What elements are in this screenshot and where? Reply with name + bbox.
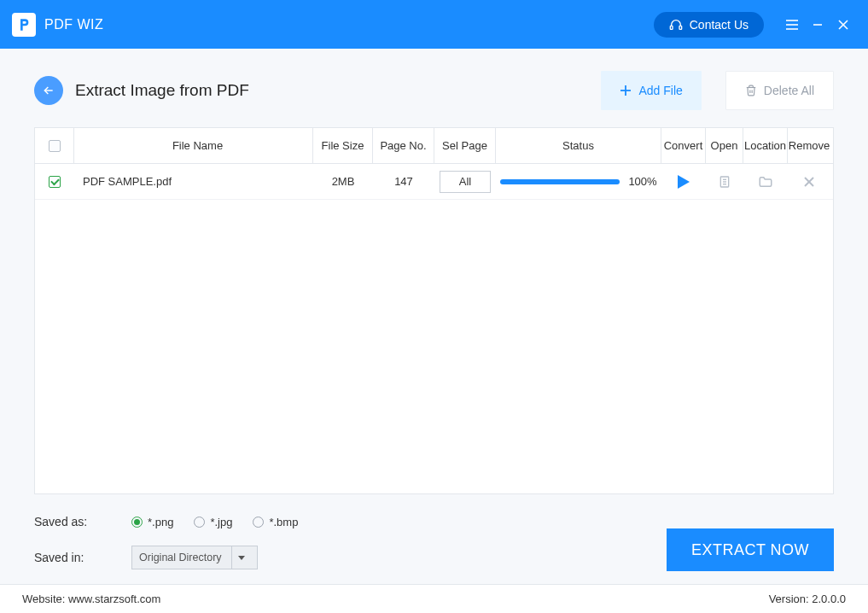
svg-rect-1 [679, 26, 682, 29]
menu-button[interactable] [779, 12, 805, 38]
saved-in-value: Original Directory [139, 552, 222, 563]
row-filename: PDF SAMPLE.pdf [74, 175, 313, 188]
content-area: Extract Image from PDF Add File Delete A… [0, 49, 868, 584]
progress-bar [500, 179, 620, 184]
headset-icon [669, 18, 683, 32]
progress-percent: 100% [628, 175, 656, 188]
col-open: Open [706, 128, 743, 163]
col-pageno: Page No. [373, 128, 434, 163]
delete-all-button[interactable]: Delete All [725, 71, 834, 110]
remove-button[interactable] [788, 176, 830, 188]
trash-icon [745, 85, 757, 96]
website-url: www.starzsoft.com [68, 593, 160, 605]
grid-header: File Name File Size Page No. Sel Page St… [35, 128, 833, 164]
svg-rect-0 [670, 26, 673, 29]
folder-icon [758, 174, 773, 190]
back-button[interactable] [34, 76, 63, 105]
format-bmp-label: *.bmp [269, 516, 298, 528]
version-label: Version: [769, 593, 809, 605]
arrow-left-icon [42, 84, 55, 97]
saved-as-label: Saved as: [34, 515, 113, 528]
row-filesize: 2MB [313, 175, 373, 188]
saved-in-dropdown[interactable]: Original Directory [131, 546, 258, 569]
format-png-radio[interactable]: *.png [131, 516, 173, 528]
saved-in-label: Saved in: [34, 551, 113, 564]
table-row: PDF SAMPLE.pdf 2MB 147 All 100% [35, 164, 833, 200]
extract-now-label: EXTRACT NOW [691, 541, 809, 559]
convert-button[interactable] [661, 175, 706, 189]
col-filename: File Name [74, 128, 313, 163]
sel-page-button[interactable]: All [440, 171, 491, 193]
format-png-label: *.png [148, 516, 173, 528]
col-convert: Convert [661, 128, 706, 163]
website-info: Website: www.starzsoft.com [22, 593, 160, 605]
format-radio-group: *.png *.jpg *.bmp [131, 516, 298, 528]
delete-all-label: Delete All [764, 84, 814, 97]
file-grid: File Name File Size Page No. Sel Page St… [34, 127, 834, 494]
saved-as-row: Saved as: *.png *.jpg *.bmp [34, 515, 834, 528]
page-header: Extract Image from PDF Add File Delete A… [34, 71, 834, 110]
contact-us-button[interactable]: Contact Us [654, 12, 764, 38]
close-icon [803, 176, 815, 188]
titlebar: PDF WIZ Contact Us [0, 0, 868, 49]
version-info: Version: 2.0.0.0 [769, 593, 846, 605]
document-icon [718, 175, 731, 189]
page-title: Extract Image from PDF [75, 81, 249, 100]
col-location: Location [743, 128, 788, 163]
format-jpg-label: *.jpg [210, 516, 232, 528]
extract-now-button[interactable]: EXTRACT NOW [667, 528, 834, 571]
row-status: 100% [496, 175, 661, 188]
svg-marker-17 [238, 556, 245, 560]
add-file-label: Add File [638, 84, 682, 97]
format-bmp-radio[interactable]: *.bmp [253, 516, 298, 528]
col-selpage: Sel Page [434, 128, 496, 163]
website-label: Website: [22, 593, 65, 605]
add-file-button[interactable]: Add File [601, 71, 701, 110]
col-remove: Remove [788, 128, 830, 163]
saved-in-row: Saved in: Original Directory [34, 546, 258, 569]
contact-label: Contact Us [690, 18, 749, 32]
app-logo [12, 13, 36, 37]
plus-icon [620, 85, 632, 96]
chevron-down-icon [231, 546, 250, 569]
app-title: PDF WIZ [44, 17, 103, 32]
row-pageno: 147 [373, 175, 434, 188]
col-status: Status [496, 128, 661, 163]
open-button[interactable] [706, 175, 743, 189]
version-value: 2.0.0.0 [812, 593, 846, 605]
footer: Website: www.starzsoft.com Version: 2.0.… [0, 584, 868, 613]
minimize-button[interactable] [805, 12, 830, 38]
select-all-checkbox[interactable] [49, 140, 61, 152]
location-button[interactable] [743, 174, 788, 190]
play-icon [678, 175, 690, 189]
col-filesize: File Size [313, 128, 373, 163]
format-jpg-radio[interactable]: *.jpg [194, 516, 232, 528]
close-button[interactable] [830, 12, 856, 38]
row-checkbox[interactable] [49, 176, 61, 188]
